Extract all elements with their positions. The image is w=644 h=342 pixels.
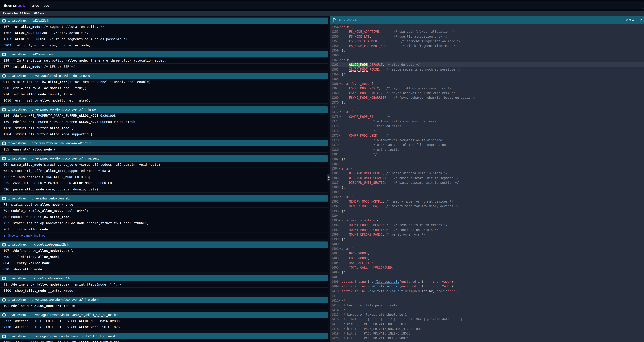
match-line-row[interactable]: 2151: #define PCIE_CI_CNTL__CI_SLV_CPL_A…	[0, 339, 328, 342]
match-line-row[interactable]: 2738: #define PCIE_CI_CNTL__CI_SLV_CPL_A…	[0, 324, 328, 330]
match-line-row[interactable]: 139: #define HFI_PROPERTY_PARAM_BUFFER_A…	[0, 119, 328, 125]
match-line-row[interactable]: 79: module_param(bw_alloc_mode, bool, 04…	[0, 208, 328, 214]
match-line-row[interactable]: 3903: int gc_type, int type, char alloc_…	[0, 42, 328, 49]
fold-chevron-icon[interactable]	[338, 81, 342, 86]
show-more-matches-link[interactable]: Show 1 more matching lines	[0, 232, 328, 239]
match-line-row[interactable]: 80: MODULE_PARM_DESC(bw_alloc_mode,	[0, 214, 328, 220]
code-line: 1365	[330, 77, 644, 82]
code-text: };	[342, 237, 644, 242]
search-match-text: alloc_mode	[23, 267, 42, 271]
github-icon	[2, 243, 6, 246]
match-line-row[interactable]: 326: parse_alloc_mode(core, codecs, doma…	[0, 186, 328, 193]
match-line-row[interactable]: 974: set_bw_alloc_mode(tunnel, false);	[0, 91, 328, 97]
file-group-header[interactable]: torvalds/linux·drivers/media/platform/qc…	[0, 106, 328, 113]
match-line-row[interactable]: 91: #define show_falloc_mode(mode) __pri…	[0, 281, 328, 288]
search-match-text: ALLOC_MODE	[15, 37, 34, 41]
fold-chevron-icon[interactable]	[338, 58, 342, 63]
match-line-row[interactable]: 325: case HFI_PROPERTY_PARAM_BUFFER_ALLO…	[0, 180, 328, 186]
token	[342, 266, 349, 269]
line-number: 1361	[330, 58, 338, 63]
line-number: 960:	[3, 86, 13, 90]
match-line-row[interactable]: 761: if (!bw_alloc_mode)	[0, 226, 328, 232]
file-group-header[interactable]: torvalds/linux·drivers/gpu/drm/amd/inclu…	[0, 312, 328, 318]
file-group-header[interactable]: torvalds/linux·drivers/media/platform/qc…	[0, 297, 328, 303]
match-line-row[interactable]: 66: parse_alloc_mode(struct venus_core *…	[0, 162, 328, 168]
code-line: 1368 FSYNC_MODE_STRICT, /* fsync behaves…	[330, 91, 644, 96]
drag-dots-handle[interactable]	[327, 174, 331, 181]
match-line-row[interactable]: 1264: struct hfi_buffer_alloc_mode_suppo…	[0, 131, 328, 137]
file-group-header[interactable]: torvalds/linux·drivers/net/ethernet/mell…	[0, 140, 328, 146]
match-line-row[interactable]: 752: static int tb_dp_bandwidth_alloc_mo…	[0, 220, 328, 226]
fold-chevron-icon[interactable]	[338, 246, 342, 251]
match-line-row[interactable]: 804: __entry->alloc_mode	[0, 260, 328, 266]
match-line-row[interactable]: 68: struct hfi_buffer_alloc_mode_support…	[0, 168, 328, 174]
fold-chevron-icon[interactable]	[338, 110, 342, 114]
file-group-header[interactable]: torvalds/linux·fs/f2fs/segment.h	[0, 51, 328, 58]
token: *	[342, 308, 345, 312]
fold-chevron-icon[interactable]	[338, 218, 342, 223]
code-text: };	[342, 157, 644, 162]
match-line-row[interactable]: 19: #define MAX_ALLOC_MODE_ENTRIES 16	[0, 303, 328, 309]
match-line-row[interactable]: 960: err = set_bw_alloc_mode(tunnel, tru…	[0, 85, 328, 91]
fold-chevron-icon[interactable]	[338, 166, 342, 171]
fold-spacer	[338, 256, 342, 260]
fold-chevron-icon[interactable]	[338, 298, 342, 303]
fold-chevron-icon[interactable]	[338, 194, 342, 199]
match-line-row[interactable]: 139: * In the victim_sel_policy->alloc_m…	[0, 58, 328, 64]
search-input[interactable]	[32, 4, 641, 7]
match-line-row[interactable]: 820: show_alloc_mode	[0, 266, 328, 272]
code-line: 1380 * using ioctls	[330, 147, 644, 152]
match-line-row[interactable]: 78: static bool bw_alloc_mode = true;	[0, 202, 328, 208]
file-group-header[interactable]: torvalds/linux·fs/f2fs/f2fs.h	[0, 18, 328, 24]
fold-chevron-icon[interactable]	[338, 25, 342, 30]
code-line: 1362 ALLOC_MODE_DEFAULT, /* stay default…	[330, 63, 644, 67]
previous-match-button[interactable]	[638, 18, 643, 23]
match-line-row[interactable]: 911: static int set_bw_alloc_mode(struct…	[0, 79, 328, 85]
match-line-row[interactable]: 1016: err = set_bw_alloc_mode(tunnel, fa…	[0, 97, 328, 104]
fold-chevron-icon[interactable]	[338, 133, 342, 138]
code-text: * bit 3 PAGE_PRIVATE_REF_RESOURCE	[342, 336, 644, 341]
match-line-row[interactable]: 155: enum mlx4_alloc_mode {	[0, 146, 328, 153]
token: };	[342, 101, 345, 104]
results-summary-bar: Results for: 24 files in 620 ms	[0, 11, 644, 16]
token: DISCARD_UNIT_SEGMENT	[349, 176, 386, 180]
file-group-header[interactable]: torvalds/linux·drivers/gpu/drm/amd/inclu…	[0, 333, 328, 339]
line-number: 2151:	[3, 340, 15, 342]
github-icon	[2, 334, 6, 338]
file-group-header[interactable]: torvalds/linux·drivers/thunderbolt/tunne…	[0, 195, 328, 202]
file-group-header[interactable]: torvalds/linux·include/trace/events/f2fs…	[0, 241, 328, 248]
search-match-text: ALLOC_MODE	[34, 304, 54, 308]
match-line-row[interactable]: 72: if (num_entries > MAX_ALLOC_MODE_ENT…	[0, 174, 328, 180]
match-line-row[interactable]: 1128: struct hfi_buffer_alloc_mode {	[0, 125, 328, 131]
code-text: FS_MODE_LFS, /* use lfs allocation only …	[342, 34, 644, 39]
fold-chevron-icon[interactable]	[338, 114, 342, 119]
line-number: 752:	[3, 221, 13, 225]
code-text	[342, 190, 644, 195]
token: void	[368, 289, 375, 293]
sourcebot-logo[interactable]: Sourcebot.	[3, 3, 25, 8]
code-line: 1416 * | bit0 = 1 | bit1 | bit2 | ... | …	[330, 317, 644, 322]
match-line-row[interactable]: 167: int alloc_mode; /* segment allocati…	[0, 24, 328, 30]
match-line-row[interactable]: 1362: ALLOC_MODE_DEFAULT, /* stay defaul…	[0, 30, 328, 36]
search-match-text: ALLOC_MODE	[54, 175, 73, 179]
match-line-row[interactable]: 1400: show_falloc_mode(__entry->mode))	[0, 288, 328, 294]
search-match-text: alloc_mode	[50, 215, 69, 219]
match-line-row[interactable]: 107: #define show_alloc_mode(type) \	[0, 248, 328, 254]
github-icon	[2, 108, 6, 112]
file-group-header[interactable]: torvalds/linux·drivers/media/platform/qc…	[0, 155, 328, 162]
code-line: 1401enum {	[330, 246, 644, 251]
match-line-row[interactable]: 2737: #define PCIE_CI_CNTL__CI_SLV_CPL_A…	[0, 318, 328, 324]
file-group-header[interactable]: torvalds/linux·drivers/gpu/drm/display/d…	[0, 73, 328, 79]
github-icon	[2, 53, 6, 56]
token: addr	[444, 280, 452, 283]
match-line-row[interactable]: 790: __field(int, alloc_mode)	[0, 254, 328, 260]
preview-file-path[interactable]: fs/f2fs/f2fs.h	[339, 18, 357, 22]
match-line-row[interactable]: 1363: ALLOC_MODE_REUSE, /* reuse segment…	[0, 36, 328, 42]
match-line-row[interactable]: 177: int alloc_mode; /* LFS or SSR */	[0, 64, 328, 70]
code-text	[342, 161, 644, 166]
file-group-header[interactable]: torvalds/linux·include/trace/events/ext4…	[0, 275, 328, 281]
panel-resize-divider[interactable]	[328, 16, 330, 342]
search-box[interactable]	[28, 2, 644, 9]
code-text: #define PCIE_CI_CNTL__CI_SLV_CPL_	[15, 325, 79, 329]
match-line-row[interactable]: 136: #define HFI_PROPERTY_PARAM_BUFFER_A…	[0, 113, 328, 119]
